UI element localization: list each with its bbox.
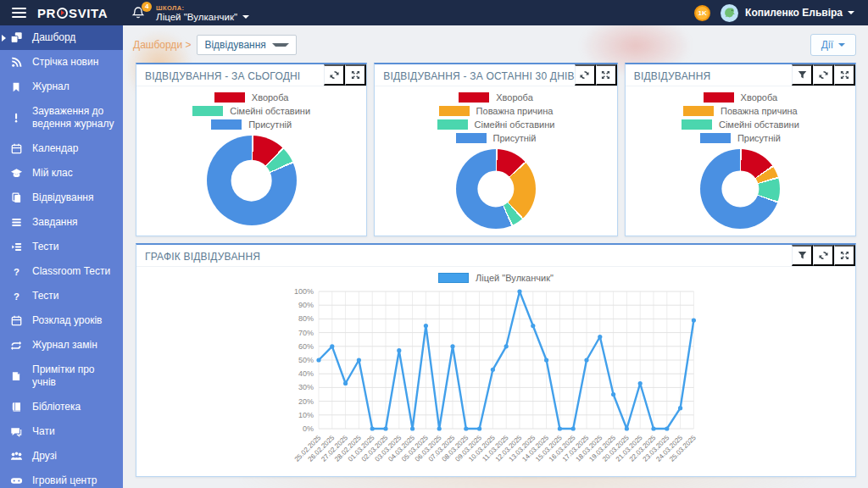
sidebar-item-tests-2[interactable]: ?Тести xyxy=(0,284,123,308)
legend-swatch xyxy=(683,106,714,116)
expand-button[interactable] xyxy=(834,245,855,266)
legend-swatch xyxy=(439,106,470,116)
sidebar-item-dashboard[interactable]: Дашборд xyxy=(0,25,123,50)
card-header: ВІДВІДУВАННЯ - ЗА ОСТАННІ 30 ДНІВ xyxy=(375,64,617,86)
svg-text:80%: 80% xyxy=(298,314,314,323)
sidebar-item-label: Журнал замін xyxy=(32,339,97,352)
rss-icon xyxy=(0,57,32,68)
sidebar-item-substitution-journal[interactable]: Журнал замін xyxy=(0,333,123,358)
svg-text:60%: 60% xyxy=(298,342,314,351)
legend-label: Присутній xyxy=(248,119,292,130)
sidebar-item-calendar[interactable]: Календар xyxy=(0,136,123,161)
sidebar-item-label: Розклад уроків xyxy=(32,314,102,327)
refresh-button[interactable] xyxy=(324,64,345,86)
svg-text:40%: 40% xyxy=(298,369,314,378)
legend-item[interactable]: Хвороба xyxy=(214,92,289,103)
legend-item[interactable]: Сімейні обставини xyxy=(437,119,555,130)
donut-chart-body: ХворобаСімейні обставиниПрисутній xyxy=(136,86,366,236)
refresh-button[interactable] xyxy=(575,64,596,86)
legend-item[interactable]: Присутній xyxy=(700,133,781,143)
logo-text-right: SVITA xyxy=(69,6,108,20)
legend-swatch xyxy=(214,92,245,103)
notifications-badge: 4 xyxy=(142,2,152,12)
school-label: ШКОЛА: xyxy=(156,4,249,12)
legend-item[interactable]: Присутній xyxy=(211,119,292,130)
card-header: ВІДВІДУВАННЯ xyxy=(626,64,855,86)
donut-hole xyxy=(231,160,272,202)
sidebar-item-tasks[interactable]: Завдання xyxy=(0,210,123,235)
expand-button[interactable] xyxy=(834,64,855,86)
legend-swatch xyxy=(438,273,469,283)
sidebar-item-student-notes[interactable]: Примітки про учнів xyxy=(0,358,123,395)
legend-item[interactable]: Поважна причина xyxy=(439,106,554,116)
legend-swatch xyxy=(192,106,223,116)
legend-label: Присутній xyxy=(737,133,781,143)
legend-item[interactable]: Поважна причина xyxy=(683,106,798,116)
sidebar-item-friends[interactable]: Друзі xyxy=(0,444,123,469)
avatar[interactable] xyxy=(721,4,738,22)
svg-text:100%: 100% xyxy=(294,287,314,296)
sidebar-item-tests[interactable]: Тести xyxy=(0,235,123,259)
dashboard-select[interactable]: Відвідування xyxy=(197,35,297,55)
note-icon xyxy=(0,371,32,381)
attendance-line-chart: 0%10%20%30%40%50%60%70%80%90%100%25.02.2… xyxy=(136,283,855,471)
sidebar-item-label: Тести xyxy=(32,290,59,302)
refresh-button[interactable] xyxy=(813,245,834,266)
legend-swatch xyxy=(211,119,242,130)
legend-label: Присутній xyxy=(493,133,537,143)
legend-item[interactable]: Присутній xyxy=(456,133,537,143)
sidebar-item-my-class[interactable]: Мій клас xyxy=(0,161,123,186)
legend-item[interactable]: Сімейні обставини xyxy=(682,119,799,130)
breadcrumb[interactable]: Дашборди > xyxy=(133,39,191,51)
calendar-icon xyxy=(0,315,32,326)
legend-item[interactable]: Хвороба xyxy=(704,92,778,103)
sidebar-item-news-feed[interactable]: Стрічка новин xyxy=(0,50,123,75)
donut-hole xyxy=(477,170,514,207)
notifications-button[interactable]: 4 xyxy=(131,6,146,20)
sidebar-item-attendance[interactable]: Відвідування xyxy=(0,186,123,210)
school-selector[interactable]: ШКОЛА: Ліцей "Вулканчик" xyxy=(156,4,249,22)
card-actions xyxy=(792,245,855,266)
filter-button[interactable] xyxy=(792,245,813,266)
prosvita-logo[interactable]: PR SVITA xyxy=(37,6,108,20)
legend-label: Хвороба xyxy=(252,92,289,103)
legend-item[interactable]: Хвороба xyxy=(459,92,533,103)
legend-swatch xyxy=(704,92,734,103)
legend-item[interactable]: Сімейні обставини xyxy=(192,106,310,116)
card-attendance-today: ВІДВІДУВАННЯ - ЗА СЬОГОДНІХворобаСімейні… xyxy=(136,63,367,236)
card-attendance-30-days: ВІДВІДУВАННЯ - ЗА ОСТАННІ 30 ДНІВХвороба… xyxy=(374,63,618,236)
user-name: Копиленко Ельвіра xyxy=(745,7,843,19)
sidebar: ДашбордСтрічка новинЖурналЗауваження до … xyxy=(0,25,123,488)
legend-label: Сімейні обставини xyxy=(719,119,799,130)
calendar-icon xyxy=(0,143,32,154)
sidebar-item-chats[interactable]: Чати xyxy=(0,419,123,444)
user-menu[interactable]: Копиленко Ельвіра xyxy=(745,7,854,19)
pages-icon xyxy=(0,192,32,203)
card-title: ВІДВІДУВАННЯ - ЗА ОСТАННІ 30 ДНІВ xyxy=(375,64,575,86)
attendance-donut xyxy=(456,149,536,229)
expand-button[interactable] xyxy=(596,64,617,86)
menu-toggle-button[interactable] xyxy=(0,0,37,25)
legend-swatch xyxy=(682,119,712,130)
legend-label: Сімейні обставини xyxy=(475,119,555,130)
coins-badge[interactable]: 1K xyxy=(694,5,710,21)
legend-swatch xyxy=(700,133,731,143)
sidebar-item-label: Примітки про учнів xyxy=(32,363,118,389)
sidebar-item-journal[interactable]: Журнал xyxy=(0,75,123,99)
filter-button[interactable] xyxy=(792,64,813,86)
card-actions xyxy=(324,64,366,86)
sidebar-item-lesson-schedule[interactable]: Розклад уроків xyxy=(0,308,123,333)
sidebar-item-journal-remarks[interactable]: Зауваження до ведення журналу xyxy=(0,99,123,136)
sidebar-item-library[interactable]: Бібліотека xyxy=(0,395,123,419)
legend-item[interactable]: Ліцей "Вулканчик" xyxy=(438,273,554,283)
sidebar-item-label: Ігровий центр xyxy=(32,474,97,487)
chevron-down-icon xyxy=(848,11,854,14)
expand-button[interactable] xyxy=(345,64,366,86)
question-icon: ? xyxy=(0,266,32,277)
refresh-button[interactable] xyxy=(813,64,834,86)
sidebar-item-classroom-tests[interactable]: ?Classroom Тести xyxy=(0,259,123,284)
actions-button[interactable]: Дії xyxy=(810,34,856,56)
sidebar-item-game-center[interactable]: Ігровий центр xyxy=(0,469,123,488)
school-name: Ліцей "Вулканчик" xyxy=(156,12,237,22)
exclamation-icon xyxy=(0,113,32,123)
